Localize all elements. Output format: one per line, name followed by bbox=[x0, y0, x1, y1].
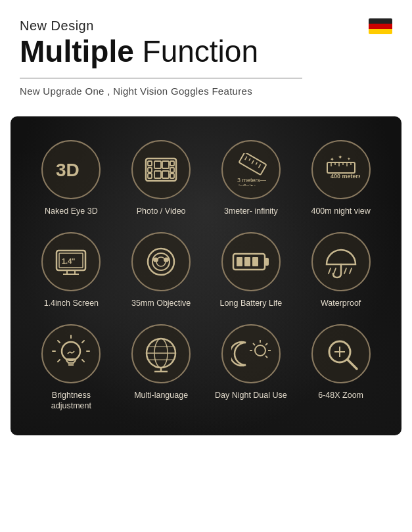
35mm-icon bbox=[131, 232, 191, 291]
svg-rect-8 bbox=[154, 161, 161, 168]
svg-line-49 bbox=[344, 268, 346, 274]
400m-night-icon: ✦ ✦ ✦ 400 meters bbox=[311, 140, 371, 199]
battery-icon bbox=[221, 232, 281, 291]
svg-line-76 bbox=[348, 360, 357, 369]
feature-35mm: 35mm Objective bbox=[116, 232, 206, 308]
svg-line-70 bbox=[265, 343, 267, 345]
svg-rect-3 bbox=[148, 168, 152, 172]
german-flag-icon bbox=[369, 18, 392, 34]
feature-3meter: 3 meters— infinity 3meter- infinity bbox=[206, 140, 296, 216]
svg-line-15 bbox=[252, 160, 254, 163]
photo-video-label: Photo / Video bbox=[137, 206, 186, 216]
svg-rect-44 bbox=[237, 257, 242, 266]
language-icon bbox=[131, 324, 191, 383]
battery-label: Long Battery Life bbox=[220, 298, 283, 308]
svg-line-60 bbox=[58, 360, 60, 362]
svg-text:400 meters: 400 meters bbox=[331, 173, 360, 180]
features-grid: 3D Naked Eye 3D bbox=[26, 140, 386, 412]
header-divider bbox=[20, 78, 302, 79]
svg-rect-9 bbox=[162, 161, 169, 168]
svg-line-73 bbox=[253, 343, 255, 345]
svg-point-41 bbox=[164, 257, 169, 262]
svg-line-14 bbox=[249, 158, 250, 160]
feature-language: Multi-language bbox=[116, 324, 206, 412]
feature-naked-eye-3d: 3D Naked Eye 3D bbox=[26, 140, 116, 216]
svg-rect-43 bbox=[265, 258, 269, 266]
svg-line-58 bbox=[58, 341, 60, 343]
title-bold: Multiple bbox=[20, 34, 134, 68]
waterproof-icon bbox=[311, 232, 371, 291]
svg-line-72 bbox=[265, 356, 267, 358]
feature-screen: 1.4" 1.4inch Screen bbox=[26, 232, 116, 308]
feature-battery: Long Battery Life bbox=[206, 232, 296, 308]
title-light: Function bbox=[134, 34, 258, 68]
naked-eye-3d-icon: 3D bbox=[41, 140, 101, 199]
3meter-icon: 3 meters— infinity bbox=[221, 140, 281, 199]
svg-line-17 bbox=[258, 164, 260, 167]
language-label: Multi-language bbox=[134, 390, 188, 400]
svg-text:3 meters—: 3 meters— bbox=[237, 177, 266, 183]
svg-line-16 bbox=[256, 162, 257, 164]
feature-waterproof: Waterproof bbox=[296, 232, 386, 308]
zoom-icon bbox=[311, 324, 371, 383]
header-subtitle: New Upgrade One , Night Vision Goggles F… bbox=[20, 85, 392, 97]
svg-rect-4 bbox=[148, 174, 152, 178]
svg-rect-45 bbox=[244, 257, 250, 266]
brightness-icon bbox=[41, 324, 101, 383]
svg-rect-2 bbox=[148, 161, 152, 166]
feature-day-night: Day Night Dual Use bbox=[206, 324, 296, 412]
3meter-label: 3meter- infinity bbox=[224, 206, 278, 216]
zoom-label: 6-48X Zoom bbox=[318, 390, 363, 400]
svg-line-55 bbox=[82, 341, 84, 343]
day-night-label: Day Night Dual Use bbox=[215, 390, 287, 400]
feature-brightness: Brightness adjustment bbox=[26, 324, 116, 412]
feature-400m-night: ✦ ✦ ✦ 400 meters 400m night view bbox=[296, 140, 386, 216]
svg-line-57 bbox=[82, 360, 84, 362]
svg-text:✦: ✦ bbox=[330, 157, 334, 162]
feature-photo-video: Photo / Video bbox=[116, 140, 206, 216]
400m-night-label: 400m night view bbox=[311, 206, 370, 216]
svg-point-40 bbox=[153, 257, 158, 262]
svg-text:✦: ✦ bbox=[338, 154, 343, 160]
screen-label: 1.4inch Screen bbox=[44, 298, 99, 308]
svg-line-50 bbox=[350, 268, 352, 274]
svg-rect-6 bbox=[170, 168, 174, 172]
features-section: 3D Naked Eye 3D bbox=[11, 116, 401, 435]
photo-video-icon bbox=[131, 140, 191, 199]
35mm-label: 35mm Objective bbox=[131, 298, 191, 308]
svg-line-48 bbox=[334, 268, 336, 274]
svg-rect-10 bbox=[154, 171, 161, 178]
svg-rect-5 bbox=[170, 161, 174, 166]
svg-rect-7 bbox=[170, 174, 174, 178]
svg-text:1.4": 1.4" bbox=[62, 257, 76, 265]
waterproof-label: Waterproof bbox=[321, 298, 361, 308]
screen-icon: 1.4" bbox=[41, 232, 101, 291]
feature-zoom: 6-48X Zoom bbox=[296, 324, 386, 412]
new-design-label: New Design bbox=[20, 18, 392, 34]
svg-rect-46 bbox=[252, 257, 258, 266]
svg-point-51 bbox=[62, 342, 80, 360]
svg-line-47 bbox=[329, 268, 331, 274]
day-night-icon bbox=[221, 324, 281, 383]
svg-rect-12 bbox=[239, 153, 266, 175]
svg-text:infinity: infinity bbox=[239, 183, 256, 186]
svg-line-13 bbox=[245, 156, 247, 159]
header-section: New Design Multiple Function New Upgrade… bbox=[0, 0, 412, 107]
naked-eye-3d-label: Naked Eye 3D bbox=[45, 206, 98, 216]
main-title: Multiple Function bbox=[20, 35, 392, 68]
svg-text:✦: ✦ bbox=[347, 157, 351, 161]
svg-point-68 bbox=[255, 345, 265, 356]
svg-rect-11 bbox=[162, 171, 169, 178]
svg-text:3D: 3D bbox=[56, 160, 80, 180]
brightness-label: Brightness adjustment bbox=[35, 390, 107, 412]
